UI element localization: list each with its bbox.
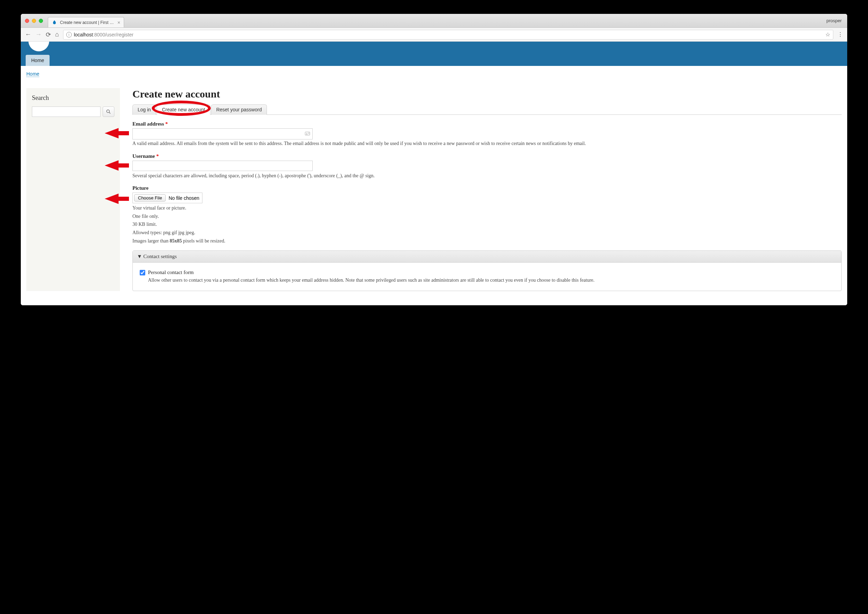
email-label: Email address * [132, 121, 842, 127]
page-title: Create new account [132, 88, 842, 100]
breadcrumb-home[interactable]: Home [26, 71, 39, 77]
address-path: /user/register [105, 32, 133, 37]
tab-create-account[interactable]: Create new account [157, 104, 211, 115]
file-status-text: No file chosen [169, 195, 199, 201]
svg-point-3 [307, 133, 307, 134]
maximize-window-button[interactable] [39, 19, 43, 23]
close-window-button[interactable] [25, 19, 29, 23]
main-content: Create new account Log in Create new acc… [132, 88, 842, 291]
personal-contact-row[interactable]: Personal contact form [140, 269, 834, 275]
browser-window: Create new account | First Dru × prosper… [21, 14, 847, 305]
address-port: :8000 [93, 32, 105, 37]
reload-button[interactable]: ⟳ [46, 31, 51, 39]
account-tabs: Log in Create new account Reset your pas… [132, 104, 842, 115]
chrome-profile-label[interactable]: prosper [826, 18, 842, 23]
minimize-window-button[interactable] [32, 19, 36, 23]
email-field[interactable] [133, 129, 312, 139]
site-header: Home [21, 42, 847, 66]
contact-card-icon [305, 131, 310, 138]
main-menu-home[interactable]: Home [26, 55, 50, 66]
address-host: localhost [74, 32, 93, 37]
sidebar: Search [26, 88, 120, 291]
tab-title: Create new account | First Dru [60, 20, 115, 25]
svg-line-1 [109, 112, 110, 113]
browser-menu-icon[interactable]: ⋮ [837, 31, 843, 38]
search-input[interactable] [32, 107, 101, 117]
picture-file-input[interactable]: Choose File No file chosen [132, 193, 202, 203]
picture-help-3: 30 KB limit. [132, 221, 842, 228]
picture-help-2: One file only. [132, 213, 842, 220]
bookmark-star-icon[interactable]: ☆ [825, 31, 830, 38]
personal-contact-help: Allow other users to contact you via a p… [148, 277, 834, 284]
search-button[interactable] [102, 107, 115, 117]
browser-toolbar: ← → ⟳ ⌂ i localhost:8000/user/register ☆… [21, 28, 847, 42]
site-info-icon[interactable]: i [66, 32, 72, 37]
home-button-icon[interactable]: ⌂ [55, 31, 59, 38]
contact-settings-summary[interactable]: ▼ Contact settings [133, 251, 841, 263]
picture-help-5: Images larger than 85x85 pixels will be … [132, 238, 842, 244]
search-block-title: Search [32, 94, 115, 102]
tab-login[interactable]: Log in [132, 104, 156, 115]
picture-help-1: Your virtual face or picture. [132, 205, 842, 211]
username-help-text: Several special characters are allowed, … [132, 173, 842, 179]
picture-help-4: Allowed types: png gif jpg jpeg. [132, 229, 842, 236]
page-viewport: Home Home Search [21, 42, 847, 305]
site-logo[interactable] [28, 42, 49, 51]
username-label: Username * [132, 153, 842, 159]
personal-contact-checkbox[interactable] [140, 270, 145, 275]
window-controls [25, 19, 43, 23]
forward-button[interactable]: → [36, 31, 42, 38]
email-help-text: A valid email address. All emails from t… [132, 140, 842, 147]
search-icon [106, 109, 111, 115]
contact-settings-box: ▼ Contact settings Personal contact form… [132, 250, 842, 291]
choose-file-button[interactable]: Choose File [134, 194, 166, 202]
close-tab-icon[interactable]: × [118, 20, 120, 25]
browser-tab[interactable]: Create new account | First Dru × [48, 17, 124, 27]
address-bar[interactable]: i localhost:8000/user/register ☆ [63, 30, 833, 40]
titlebar: Create new account | First Dru × prosper [21, 14, 847, 28]
picture-label: Picture [132, 185, 842, 191]
personal-contact-label: Personal contact form [148, 269, 194, 275]
back-button[interactable]: ← [25, 31, 31, 38]
drupal-favicon [52, 20, 57, 25]
tab-reset-password[interactable]: Reset your password [211, 104, 267, 115]
username-field[interactable] [132, 161, 313, 171]
svg-point-0 [107, 110, 110, 113]
